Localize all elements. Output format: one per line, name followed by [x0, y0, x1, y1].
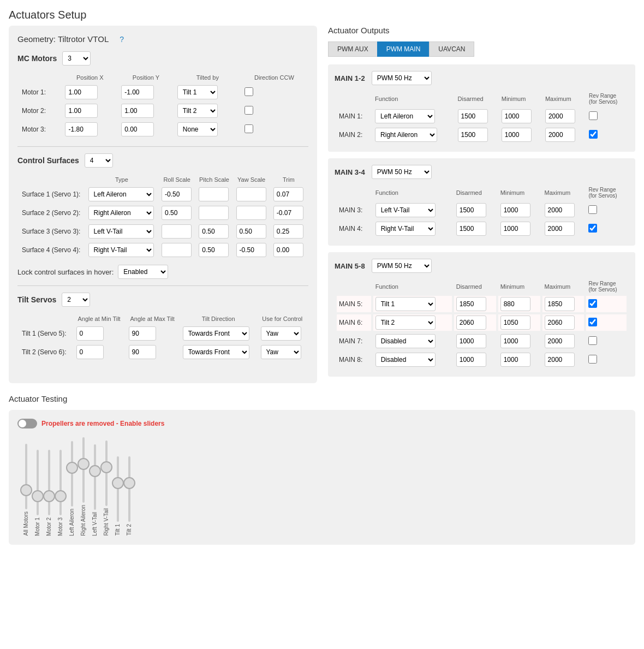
motor-pos-y-2[interactable]	[121, 122, 154, 136]
slider-track[interactable]	[117, 456, 119, 522]
slider-thumb-2[interactable]	[43, 490, 55, 502]
help-link[interactable]: ?	[120, 35, 124, 44]
output-maximum[interactable]	[545, 222, 575, 236]
output-func-select[interactable]: Right V-Tail	[375, 222, 436, 236]
slider-thumb-3[interactable]	[55, 490, 67, 502]
output-minimum[interactable]	[500, 353, 530, 367]
tab-pwm-main[interactable]: PWM MAIN	[377, 41, 430, 57]
ts-count-select[interactable]: 21	[62, 293, 90, 307]
output-minimum[interactable]	[502, 109, 532, 123]
cs-yaw-3[interactable]	[236, 243, 266, 257]
slider-thumb-8[interactable]	[112, 477, 124, 489]
cs-type-select-1[interactable]: Right Aileron Left AileronRight AileronL…	[88, 206, 154, 220]
output-rev[interactable]	[588, 299, 597, 308]
ts-max-1[interactable]	[129, 345, 156, 359]
output-maximum[interactable]	[545, 353, 575, 367]
motor-pos-y-0[interactable]	[121, 85, 154, 99]
output-func-select[interactable]: Tilt 2	[375, 315, 436, 330]
output-minimum[interactable]	[500, 222, 530, 236]
output-disarmed[interactable]	[456, 222, 486, 236]
cs-trim-2[interactable]	[273, 224, 303, 239]
motor-ccw-2[interactable]	[245, 124, 253, 133]
cs-roll-2[interactable]	[162, 224, 192, 239]
slider-thumb-5[interactable]	[77, 458, 90, 470]
cs-roll-1[interactable]	[162, 206, 192, 220]
ts-dir-select-1[interactable]: Towards Front Towards FrontTowards Back	[183, 345, 249, 359]
cs-yaw-0[interactable]	[236, 187, 266, 201]
output-disarmed[interactable]	[456, 334, 486, 348]
ts-min-1[interactable]	[76, 345, 104, 359]
cs-roll-3[interactable]	[162, 243, 192, 257]
output-func-select[interactable]: Right Aileron	[375, 128, 437, 142]
slider-thumb-1[interactable]	[32, 490, 44, 502]
output-rev[interactable]	[588, 355, 597, 364]
slider-thumb-6[interactable]	[89, 465, 101, 477]
cs-type-select-2[interactable]: Left V-Tail Left AileronRight AileronLef…	[88, 224, 154, 239]
output-rev[interactable]	[588, 318, 597, 326]
slider-thumb-9[interactable]	[123, 477, 135, 489]
motor-pos-x-2[interactable]	[65, 122, 98, 136]
group-pwm-select[interactable]: PWM 50 Hz	[372, 71, 432, 85]
enable-sliders-toggle[interactable]	[17, 419, 37, 428]
output-rev[interactable]	[589, 130, 598, 139]
slider-track[interactable]	[37, 450, 39, 515]
output-disarmed[interactable]	[458, 109, 488, 123]
cs-yaw-2[interactable]	[236, 224, 266, 239]
output-minimum[interactable]	[500, 297, 530, 311]
output-maximum[interactable]	[545, 203, 575, 217]
output-minimum[interactable]	[500, 315, 530, 330]
slider-track[interactable]	[94, 444, 96, 510]
output-minimum[interactable]	[500, 203, 530, 217]
slider-track[interactable]	[25, 444, 27, 509]
output-minimum[interactable]	[500, 334, 530, 348]
slider-track[interactable]	[59, 450, 62, 515]
output-disarmed[interactable]	[458, 128, 488, 142]
slider-track[interactable]	[48, 450, 50, 515]
ts-dir-select-0[interactable]: Towards Front Towards FrontTowards Back	[183, 326, 249, 341]
cs-pitch-0[interactable]	[199, 187, 229, 201]
output-rev[interactable]	[588, 336, 597, 345]
motor-ccw-1[interactable]	[245, 106, 253, 115]
output-func-select[interactable]: Left Aileron	[375, 109, 435, 123]
ts-ctrl-select-1[interactable]: Yaw YawPitchNone	[261, 345, 301, 359]
cs-trim-0[interactable]	[273, 187, 303, 201]
motor-pos-x-0[interactable]	[65, 85, 98, 99]
motor-tilt-select-0[interactable]: Tilt 1 Tilt 1Tilt 2None	[177, 85, 218, 99]
output-func-select[interactable]: Left V-Tail	[375, 203, 436, 217]
ts-ctrl-select-0[interactable]: Yaw YawPitchNone	[261, 326, 301, 341]
cs-type-select-3[interactable]: Right V-Tail Left AileronRight AileronLe…	[88, 243, 154, 257]
slider-track[interactable]	[105, 440, 108, 506]
group-pwm-select[interactable]: PWM 50 Hz	[372, 259, 432, 273]
output-minimum[interactable]	[502, 128, 532, 142]
mc-motors-count-select[interactable]: 34	[62, 51, 91, 66]
output-func-select[interactable]: Disabled	[375, 353, 436, 367]
cs-yaw-1[interactable]	[236, 206, 266, 220]
output-disarmed[interactable]	[456, 203, 486, 217]
slider-thumb-7[interactable]	[100, 461, 112, 473]
cs-trim-1[interactable]	[273, 206, 303, 220]
output-disarmed[interactable]	[456, 315, 486, 330]
output-maximum[interactable]	[545, 297, 575, 311]
output-rev[interactable]	[588, 224, 597, 233]
cs-count-select[interactable]: 42	[85, 153, 113, 168]
group-pwm-select[interactable]: PWM 50 Hz	[372, 165, 432, 179]
output-disarmed[interactable]	[456, 297, 486, 311]
slider-track[interactable]	[82, 437, 85, 503]
slider-thumb-4[interactable]	[66, 462, 78, 474]
output-maximum[interactable]	[545, 315, 575, 330]
ts-max-0[interactable]	[129, 326, 156, 341]
output-disarmed[interactable]	[456, 353, 486, 367]
motor-tilt-select-1[interactable]: Tilt 2 Tilt 1Tilt 2None	[177, 104, 218, 118]
cs-roll-0[interactable]	[162, 187, 192, 201]
cs-trim-3[interactable]	[273, 243, 303, 257]
motor-ccw-0[interactable]	[245, 87, 253, 96]
output-maximum[interactable]	[545, 128, 575, 142]
tab-uavcan[interactable]: UAVCAN	[429, 41, 474, 57]
motor-pos-x-1[interactable]	[65, 104, 98, 118]
motor-tilt-select-2[interactable]: None Tilt 1Tilt 2None	[177, 122, 218, 136]
output-rev[interactable]	[588, 205, 597, 214]
tab-pwm-aux[interactable]: PWM AUX	[328, 41, 377, 57]
lock-hover-select[interactable]: EnabledDisabled	[118, 265, 168, 279]
cs-type-select-0[interactable]: Left Aileron Left AileronRight AileronLe…	[88, 187, 154, 201]
output-maximum[interactable]	[545, 109, 575, 123]
